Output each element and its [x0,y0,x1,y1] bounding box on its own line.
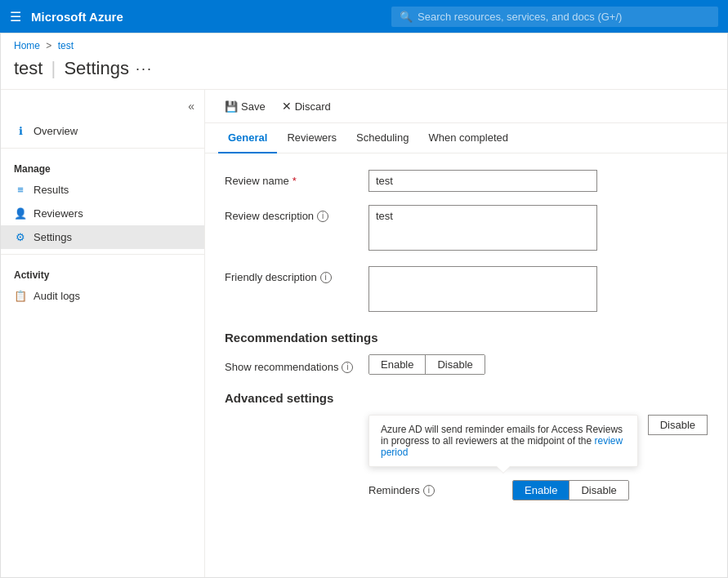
review-description-info-icon[interactable]: i [317,211,328,222]
save-button[interactable]: 💾 Save [218,97,272,116]
discard-button[interactable]: ✕ Discard [275,96,337,116]
show-recommendations-toggle: Enable Disable [368,354,485,375]
recommendation-settings-header: Recommendation settings [225,331,708,345]
content-panel: 💾 Save ✕ Discard General Reviewers Sched… [205,90,727,577]
resource-name: test [14,58,42,78]
sidebar-reviewers-label: Reviewers [33,207,83,220]
hamburger-menu-icon[interactable]: ☰ [10,9,21,24]
friendly-description-label: Friendly description i [225,266,355,283]
sidebar-divider-1 [1,148,204,149]
form-content: Review name * Review description i test [205,153,727,517]
search-bar[interactable]: 🔍 [391,7,718,27]
sidebar-audit-logs-label: Audit logs [33,290,80,302]
reminders-enable-btn[interactable]: Enable [513,481,569,500]
sidebar-item-results[interactable]: ≡ Results [1,178,204,202]
show-recommendations-label: Show recommendations i [225,356,355,373]
callout-text: Azure AD will send reminder emails for A… [381,424,623,447]
page-wrapper: Home > test test | Settings ··· « ℹ Over… [0,33,728,578]
show-recommendations-disable-btn[interactable]: Disable [425,355,484,374]
reminders-row: Reminders i Enable Disable [368,480,708,500]
reminders-advanced-row: Azure AD will send reminder emails for A… [225,415,708,500]
sidebar-collapse-section: « [1,96,204,119]
sidebar-activity-section: Activity [1,260,204,284]
section-name: Settings [64,58,129,78]
reminders-label: Reminders i [368,484,499,496]
sidebar-item-settings[interactable]: ⚙ Settings [1,225,204,249]
show-recommendations-row: Show recommendations i Enable Disable [225,354,708,375]
top-navigation-bar: ☰ Microsoft Azure 🔍 [0,0,728,33]
discard-label: Discard [295,100,331,113]
sidebar-results-label: Results [33,184,69,196]
results-icon: ≡ [14,184,27,196]
friendly-description-input-wrapper [368,266,597,314]
review-description-textarea[interactable]: test [368,205,597,251]
required-asterisk: * [293,175,297,187]
review-description-input-wrapper: test [368,205,597,253]
sidebar-settings-label: Settings [33,231,72,243]
reminders-callout: Azure AD will send reminder emails for A… [368,415,638,467]
title-separator: | [51,58,61,78]
tab-scheduling[interactable]: Scheduling [346,123,418,153]
friendly-description-row: Friendly description i [225,266,708,314]
callout-disable-button[interactable]: Disable [648,415,708,435]
breadcrumb-home[interactable]: Home [14,40,40,51]
page-title: test | Settings [14,58,129,79]
sidebar-item-reviewers[interactable]: 👤 Reviewers [1,202,204,225]
review-name-input-wrapper [368,170,597,192]
reminders-disable-btn[interactable]: Disable [569,481,628,500]
sidebar-item-audit-logs[interactable]: 📋 Audit logs [1,284,204,308]
friendly-description-textarea[interactable] [368,266,597,312]
settings-tabs: General Reviewers Scheduling When comple… [205,123,727,153]
main-area: « ℹ Overview Manage ≡ Results 👤 Reviewer… [1,89,727,577]
search-input[interactable] [418,11,710,23]
breadcrumb-current[interactable]: test [58,40,74,51]
reminders-info-icon[interactable]: i [423,485,435,496]
app-title: Microsoft Azure [31,10,123,24]
reviewers-icon: 👤 [14,207,27,220]
show-recommendations-enable-btn[interactable]: Enable [369,355,425,374]
sidebar-manage-section: Manage [1,153,204,178]
review-description-row: Review description i test [225,205,708,253]
friendly-description-info-icon[interactable]: i [320,272,332,283]
title-more-options-icon[interactable]: ··· [136,60,153,78]
advanced-right-col: Azure AD will send reminder emails for A… [368,415,708,500]
sidebar: « ℹ Overview Manage ≡ Results 👤 Reviewer… [1,90,205,577]
tab-when-completed[interactable]: When completed [418,123,518,153]
search-icon: 🔍 [400,11,413,23]
save-label: Save [241,100,266,113]
breadcrumb-separator: > [46,40,51,51]
settings-icon: ⚙ [14,231,27,243]
review-name-input[interactable] [368,170,597,192]
show-recommendations-info-icon[interactable]: i [342,362,353,373]
breadcrumb: Home > test [1,33,727,55]
info-circle-icon: ℹ [14,125,27,137]
page-title-row: test | Settings ··· [1,55,727,89]
sidebar-overview-label: Overview [33,125,78,137]
toolbar: 💾 Save ✕ Discard [205,90,727,123]
save-icon: 💾 [225,100,238,113]
sidebar-collapse-button[interactable]: « [188,100,194,113]
advanced-settings-header: Advanced settings [225,391,708,405]
audit-logs-icon: 📋 [14,290,27,302]
review-name-row: Review name * [225,170,708,192]
tab-general[interactable]: General [218,123,277,153]
tab-reviewers[interactable]: Reviewers [277,123,346,153]
reminders-toggle: Enable Disable [512,480,629,500]
review-description-label: Review description i [225,205,355,222]
review-name-label: Review name * [225,170,355,187]
sidebar-item-overview[interactable]: ℹ Overview [1,119,204,143]
sidebar-divider-2 [1,254,204,255]
discard-icon: ✕ [282,100,292,113]
